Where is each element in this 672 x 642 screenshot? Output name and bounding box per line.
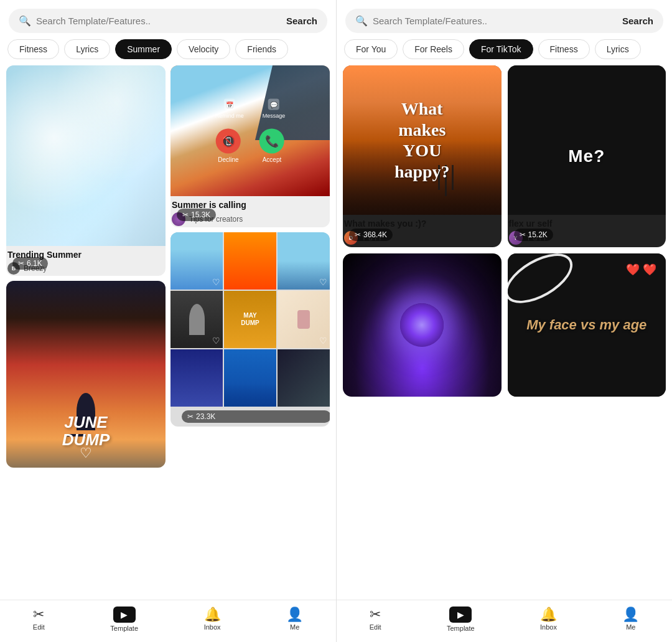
left-category-tabs: Fitness Lyrics Summer Velocity Friends [0,39,336,65]
scissors-nav-icon-left: ✂ [33,608,44,621]
cat-for-you[interactable]: For You [344,39,398,59]
nav-inbox-left-label: Inbox [204,623,221,631]
right-grid: WhatmakesYOUhappy? ✂ 368.4K What makes y… [343,65,666,397]
glow-hand-card[interactable] [343,253,502,397]
left-content-area: ✂ 6.1K Trending Summer B Breezy [0,65,336,600]
left-panel: 🔍 Search Fitness Lyrics Summer Velocity … [0,0,336,642]
summer-calling-card[interactable]: 📅 Remind me 💬 Message 📵 [170,65,330,227]
nav-template-right-label: Template [447,625,475,632]
user-nav-icon-left: 👤 [286,608,303,621]
cat-fitness[interactable]: Fitness [7,39,59,59]
cat-lyrics-right[interactable]: Lyrics [595,39,641,59]
nav-template-left-label: Template [110,625,138,632]
trending-summer-remix-count: 6.1K [27,259,42,268]
flex-title: flex ur self [509,219,665,229]
glow-hand-bg [343,253,502,397]
cat-lyrics[interactable]: Lyrics [64,39,110,59]
flex-remix-count: 15.2K [528,230,548,239]
cat-for-reels[interactable]: For Reels [403,39,464,59]
cat-fitness-right[interactable]: Fitness [538,39,590,59]
may-dump-remix-count: 23.3K [196,412,215,421]
right-search-input[interactable] [373,16,617,26]
nav-inbox-right-label: Inbox [540,623,557,631]
collage-cell-2 [224,232,276,290]
collage-cell-9 [278,349,330,407]
nav-template-left[interactable]: ▶ Template [110,607,138,632]
cat-for-tiktok[interactable]: For TikTok [469,39,533,59]
scissors-nav-icon-right: ✂ [370,608,381,621]
what-makes-you-bg: WhatmakesYOUhappy? [343,65,502,215]
what-makes-you-title: What makes you :)? [344,219,500,229]
collage-cell-1: ♡ [170,232,223,290]
cat-friends[interactable]: Friends [235,39,288,59]
summer-calling-remix-count: 15.3K [191,210,210,219]
left-search-button[interactable]: Search [286,16,317,26]
may-dump-card[interactable]: ♡ ♡ [170,232,330,427]
collage-cell-8 [224,349,276,407]
search-icon: 🔍 [19,15,31,27]
user-nav-icon-right: 👤 [622,608,639,621]
cat-velocity[interactable]: Velocity [177,39,230,59]
nav-inbox-right[interactable]: 🔔 Inbox [540,608,557,631]
what-makes-you-remix-count: 368.4K [363,230,387,239]
flex-remix-badge: ✂ 15.2K [514,229,553,241]
collage-cell-3: ♡ [278,232,330,290]
left-bottom-nav: ✂ Edit ▶ Template 🔔 Inbox 👤 Me [0,600,336,642]
flex-ur-self-card[interactable]: Me? ✂ 15.2K flex ur self Y Y u r i [508,65,666,247]
right-content-area: WhatmakesYOUhappy? ✂ 368.4K What makes y… [337,65,672,600]
swirl-decoration [508,253,581,313]
nav-me-left[interactable]: 👤 Me [286,608,303,631]
my-face-vs-age-card[interactable]: ❤️ ❤️ My face vs my age [508,253,666,397]
trending-summer-card[interactable]: ✂ 6.1K Trending Summer B Breezy [6,65,166,276]
scissors-icon-3: ✂ [187,412,194,421]
collage-cell-7 [170,349,223,407]
nav-me-left-label: Me [290,623,299,631]
what-makes-you-remix-badge: ✂ 368.4K [349,229,393,241]
may-dump-remix-badge: ✂ 23.3K [182,410,330,423]
template-nav-icon-left: ▶ [113,607,136,623]
nav-me-right-label: Me [626,623,635,631]
nav-edit-right[interactable]: ✂ Edit [370,608,381,631]
flex-ur-self-bg: Me? [508,65,666,215]
summer-calling-remix-badge: ✂ 15.3K [177,209,216,221]
nav-me-right[interactable]: 👤 Me [622,608,639,631]
right-search-icon: 🔍 [355,15,368,27]
what-makes-you-overlay: WhatmakesYOUhappy? [394,98,450,182]
what-makes-you-card[interactable]: WhatmakesYOUhappy? ✂ 368.4K What makes y… [343,65,502,247]
bell-nav-icon-right: 🔔 [540,608,557,621]
nav-edit-left-label: Edit [33,623,45,631]
left-search-bar[interactable]: 🔍 Search [9,9,327,33]
nav-template-right[interactable]: ▶ Template [447,607,475,632]
collage-cell-5: MAYDUMP [224,291,276,348]
collage-cell-6: ♡ [278,291,330,348]
my-face-overlay-text: My face vs my age [526,318,646,333]
left-search-input[interactable] [36,16,281,26]
scissors-icon-r2: ✂ [520,230,526,239]
glow-orb [400,303,444,347]
scissors-icon: ✂ [18,259,24,268]
flex-overlay: Me? [568,146,605,167]
right-column: 📅 Remind me 💬 Message 📵 [170,65,330,468]
my-face-bg: ❤️ ❤️ My face vs my age [508,253,666,397]
right-panel: 🔍 Search For You For Reels For TikTok Fi… [336,0,672,642]
trending-summer-remix-badge: ✂ 6.1K [12,257,48,270]
bell-nav-icon-left: 🔔 [204,608,221,621]
june-dump-card[interactable]: JUNEDUMP ♡ [6,281,166,468]
right-bottom-nav: ✂ Edit ▶ Template 🔔 Inbox 👤 Me [337,600,672,642]
left-column: ✂ 6.1K Trending Summer B Breezy [6,65,166,468]
nav-inbox-left[interactable]: 🔔 Inbox [204,608,221,631]
template-nav-icon-right: ▶ [449,607,472,623]
cat-summer[interactable]: Summer [115,39,172,59]
right-category-tabs: For You For Reels For TikTok Fitness Lyr… [337,39,672,65]
left-grid: ✂ 6.1K Trending Summer B Breezy [6,65,330,468]
nav-edit-right-label: Edit [370,623,381,631]
nav-edit-left[interactable]: ✂ Edit [33,608,45,631]
scissors-icon-r1: ✂ [355,230,361,239]
scissors-icon-2: ✂ [182,210,189,219]
right-search-button[interactable]: Search [622,16,653,26]
collage-cell-4: ♡ [170,291,223,348]
right-search-bar[interactable]: 🔍 Search [345,9,663,33]
heart-decorations: ❤️ ❤️ [626,263,656,276]
